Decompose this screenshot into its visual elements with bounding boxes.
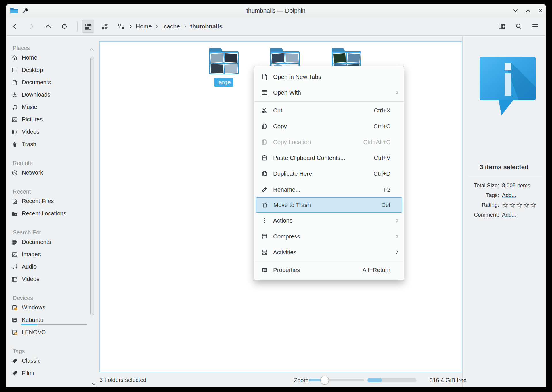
menu-item-copy[interactable]: Copy Ctrl+C	[254, 118, 404, 134]
comment-row: Comment: Add...	[463, 210, 546, 220]
drive-windows-icon	[12, 305, 18, 311]
information-panel: 3 items selected Total Size: 8,009 items…	[462, 36, 546, 387]
menu-separator	[254, 101, 404, 102]
sidebar-item-search-videos[interactable]: Videos	[8, 273, 99, 285]
actions-icon	[261, 217, 268, 224]
sidebar-item-kubuntu-drive[interactable]: Kubuntu	[8, 314, 99, 326]
folder-icon	[209, 48, 239, 74]
sidebar-item-label: Recent Files	[22, 198, 54, 204]
minimize-button[interactable]	[511, 7, 520, 15]
breadcrumb-cache[interactable]: .cache	[161, 22, 181, 30]
sidebar-item-label: Windows	[22, 304, 45, 311]
menu-item-activities[interactable]: Activities	[254, 244, 404, 260]
menu-item-properties[interactable]: Properties Alt+Return	[254, 262, 404, 278]
close-button[interactable]	[536, 7, 545, 15]
details-view-button[interactable]	[98, 20, 111, 33]
sidebar-item-trash[interactable]: Trash	[8, 138, 99, 150]
titlebar[interactable]: thumbnails — Dolphin	[6, 4, 546, 17]
section-header-search-for: Search For	[8, 224, 99, 236]
activities-icon	[261, 249, 268, 256]
tags-add-link[interactable]: Add...	[502, 192, 516, 198]
menu-item-rename[interactable]: Rename... F2	[254, 181, 404, 197]
desktop-icon	[12, 67, 18, 73]
paste-icon	[261, 154, 268, 161]
section-header-recent: Recent	[8, 183, 99, 195]
search-button[interactable]	[512, 20, 525, 33]
sidebar-item-tag-filmi[interactable]: Filmi	[8, 367, 99, 379]
section-header-tags: Tags	[8, 343, 99, 355]
sidebar-scrollbar[interactable]	[90, 57, 94, 315]
sidebar-item-videos[interactable]: Videos	[8, 126, 99, 138]
sidebar-item-label: Documents	[22, 79, 51, 86]
sidebar-item-label: Documents	[22, 239, 51, 245]
menu-item-cut[interactable]: Cut Ctrl+X	[254, 102, 404, 118]
sidebar-item-search-images[interactable]: Images	[8, 248, 99, 261]
sidebar-item-tag-classic[interactable]: Classic	[8, 355, 99, 367]
sidebar-item-label: Pictures	[22, 116, 43, 123]
menu-item-compress[interactable]: Compress	[254, 228, 404, 244]
hamburger-menu-button[interactable]	[529, 20, 542, 33]
menu-item-paste-clipboard-contents[interactable]: Paste Clipboard Contents... Ctrl+V	[254, 150, 404, 166]
sidebar-item-music[interactable]: Music	[8, 101, 99, 113]
sidebar-item-windows-drive[interactable]: Windows	[8, 301, 99, 314]
menu-item-duplicate-here[interactable]: Duplicate Here Ctrl+D	[254, 166, 404, 181]
menu-item-open-with[interactable]: Open With	[254, 85, 404, 100]
forward-button[interactable]	[25, 20, 38, 33]
document-lines-icon	[12, 239, 18, 245]
disk-capacity-fill	[367, 378, 382, 382]
sidebar-item-pictures[interactable]: Pictures	[8, 113, 99, 126]
sidebar-scroll-down-icon[interactable]	[91, 382, 97, 386]
sidebar-item-home[interactable]: Home	[8, 51, 99, 64]
breadcrumb-home[interactable]: Home	[135, 22, 153, 30]
menu-shortcut: Ctrl+Alt+C	[363, 139, 399, 146]
refresh-button[interactable]	[58, 20, 71, 33]
sidebar-item-label: LENOVO	[22, 329, 46, 336]
downloads-icon	[12, 92, 18, 98]
rating-row: Rating: ☆☆☆☆☆	[463, 200, 546, 210]
breadcrumb-thumbnails[interactable]: thumbnails	[189, 22, 224, 30]
maximize-button[interactable]	[524, 7, 532, 15]
sidebar-item-lenovo-drive[interactable]: LENOVO	[8, 326, 99, 339]
back-button[interactable]	[9, 20, 21, 33]
home-icon	[12, 55, 18, 61]
menu-item-copy-location: Copy Location Ctrl+Alt+C	[254, 134, 404, 150]
menu-item-actions[interactable]: Actions	[254, 213, 404, 228]
sidebar-item-desktop[interactable]: Desktop	[8, 64, 99, 76]
folder-large[interactable]: large	[206, 48, 242, 87]
panel-divider	[468, 177, 542, 177]
cut-icon	[261, 107, 268, 114]
sidebar-item-search-audio[interactable]: Audio	[8, 261, 99, 273]
menu-item-open-in-new-tabs[interactable]: Open in New Tabs	[254, 69, 404, 85]
menu-item-move-to-trash[interactable]: Move to Trash Del	[256, 197, 402, 213]
menu-shortcut: F2	[384, 186, 399, 193]
comment-add-link[interactable]: Add...	[502, 212, 516, 218]
zoom-slider[interactable]	[309, 379, 364, 381]
split-view-button[interactable]	[496, 20, 508, 33]
sidebar-item-network[interactable]: Network	[8, 167, 99, 179]
zoom-slider-knob[interactable]	[320, 376, 329, 385]
submenu-chevron-icon	[395, 234, 400, 239]
sidebar-item-label: Images	[22, 251, 41, 258]
sidebar-item-search-documents[interactable]: Documents	[8, 236, 99, 248]
drive-lenovo-icon	[12, 329, 18, 336]
sidebar-item-recent-files[interactable]: Recent Files	[8, 195, 99, 207]
section-header-remote: Remote	[8, 155, 99, 167]
menu-shortcut: Del	[381, 202, 399, 209]
film-icon	[12, 276, 18, 282]
tree-view-button[interactable]	[115, 20, 128, 33]
icons-view-button[interactable]	[82, 20, 94, 33]
sidebar-item-recent-locations[interactable]: Recent Locations	[8, 207, 99, 220]
chevron-right-icon	[128, 24, 133, 29]
sidebar-item-label: Audio	[22, 263, 37, 270]
copy-icon	[261, 123, 268, 130]
sidebar-item-documents[interactable]: Documents	[8, 76, 99, 89]
compress-icon	[261, 233, 268, 240]
section-header-devices: Devices	[8, 290, 99, 301]
sidebar-scroll-up-icon[interactable]	[89, 47, 94, 51]
tags-label: Tags:	[463, 192, 499, 198]
up-button[interactable]	[42, 20, 55, 33]
music-icon	[12, 104, 18, 110]
sidebar-item-label: Classic	[22, 357, 40, 364]
sidebar-item-downloads[interactable]: Downloads	[8, 89, 99, 101]
rating-stars[interactable]: ☆☆☆☆☆	[502, 202, 537, 209]
